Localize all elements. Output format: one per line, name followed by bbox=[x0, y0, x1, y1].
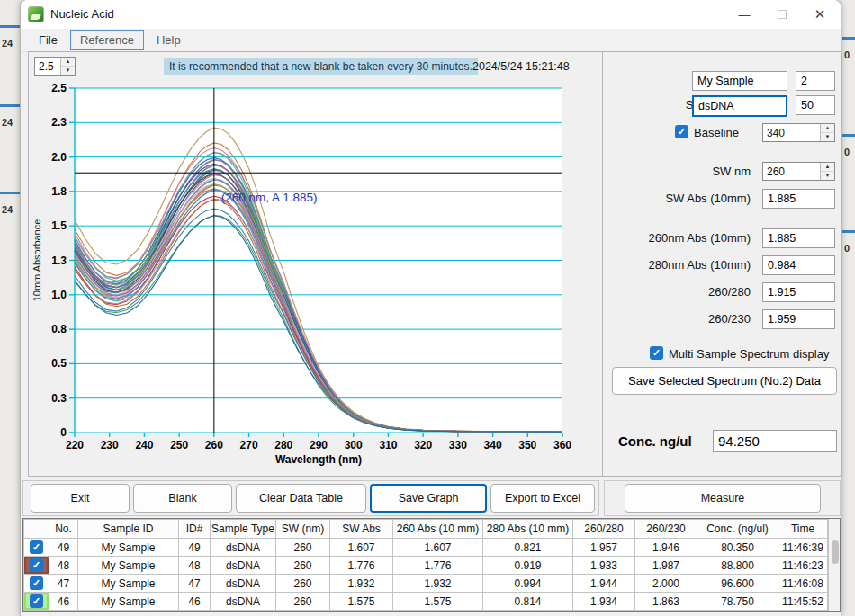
column-header[interactable]: SW Abs bbox=[330, 520, 393, 539]
minimize-button[interactable]: — bbox=[725, 0, 763, 29]
table-cell[interactable]: 1.863 bbox=[635, 593, 698, 611]
table-cell[interactable]: 260 bbox=[276, 575, 330, 593]
baseline-spinner[interactable]: 340 ▲▼ bbox=[762, 123, 835, 142]
table-cell[interactable]: 47 bbox=[50, 575, 78, 593]
table-cell[interactable]: dsDNA bbox=[211, 539, 276, 557]
spin-up-icon[interactable]: ▲ bbox=[61, 58, 75, 67]
table-row[interactable]: ✓48My Sample48dsDNA2601.7761.7760.9191.9… bbox=[24, 557, 828, 575]
table-cell[interactable]: 11:46:08 bbox=[778, 575, 828, 593]
clear-data-table-button[interactable]: Clear Data Table bbox=[236, 484, 366, 513]
save-graph-button[interactable]: Save Graph bbox=[370, 484, 487, 513]
table-cell[interactable]: 48 bbox=[179, 557, 211, 575]
sw-nm-spinner[interactable]: 260 ▲▼ bbox=[762, 162, 835, 181]
column-header[interactable]: ID# bbox=[179, 520, 211, 539]
table-cell[interactable]: 78.750 bbox=[698, 593, 778, 611]
table-cell[interactable]: 1.957 bbox=[573, 539, 635, 557]
row-checkbox-cell[interactable]: ✓ bbox=[24, 557, 50, 575]
menu-item-help[interactable]: Help bbox=[148, 31, 190, 49]
table-cell[interactable]: 48 bbox=[50, 557, 78, 575]
table-cell[interactable]: 46 bbox=[179, 593, 211, 611]
table-cell[interactable]: 0.994 bbox=[483, 575, 573, 593]
row-checkbox-cell[interactable]: ✓ bbox=[24, 575, 50, 593]
spin-up-icon[interactable]: ▲ bbox=[821, 163, 834, 172]
table-cell[interactable]: 1.932 bbox=[330, 575, 393, 593]
table-cell[interactable]: 0.919 bbox=[483, 557, 573, 575]
table-cell[interactable]: dsDNA bbox=[211, 557, 276, 575]
column-header[interactable]: Sample ID bbox=[78, 520, 179, 539]
table-cell[interactable]: 47 bbox=[179, 575, 211, 593]
row-checkbox[interactable]: ✓ bbox=[30, 558, 43, 572]
measure-button[interactable]: Measure bbox=[625, 484, 821, 513]
close-button[interactable]: ✕ bbox=[801, 0, 839, 29]
sample-id-input[interactable] bbox=[692, 71, 788, 91]
table-cell[interactable]: 1.575 bbox=[393, 593, 483, 611]
column-header[interactable]: 280 Abs (10 mm) bbox=[483, 520, 573, 539]
table-row[interactable]: ✓49My Sample49dsDNA2601.6071.6070.8211.9… bbox=[24, 539, 828, 557]
table-cell[interactable]: 11:46:39 bbox=[778, 539, 828, 557]
sample-type-factor-input[interactable] bbox=[796, 95, 835, 115]
table-cell[interactable]: 260 bbox=[276, 557, 330, 575]
table-cell[interactable]: 1.946 bbox=[635, 539, 698, 557]
table-cell[interactable]: 1.933 bbox=[573, 557, 635, 575]
exit-button[interactable]: Exit bbox=[31, 484, 130, 513]
column-header[interactable]: No. bbox=[50, 520, 78, 539]
table-cell[interactable]: 46 bbox=[50, 593, 78, 611]
maximize-button[interactable] bbox=[763, 0, 801, 29]
table-cell[interactable]: 1.987 bbox=[635, 557, 698, 575]
spin-down-icon[interactable]: ▼ bbox=[821, 172, 834, 180]
multi-sample-checkbox[interactable]: ✓ bbox=[650, 346, 663, 360]
table-cell[interactable]: My Sample bbox=[78, 593, 179, 611]
table-cell[interactable]: 1.944 bbox=[573, 575, 635, 593]
table-cell[interactable]: 1.776 bbox=[330, 557, 393, 575]
table-cell[interactable]: 1.607 bbox=[330, 539, 393, 557]
table-cell[interactable]: 1.575 bbox=[330, 593, 393, 611]
column-header[interactable]: Conc. (ng/ul) bbox=[698, 520, 778, 539]
table-cell[interactable]: 49 bbox=[179, 539, 211, 557]
spin-down-icon[interactable]: ▼ bbox=[821, 133, 834, 141]
table-cell[interactable]: 49 bbox=[50, 539, 78, 557]
table-cell[interactable]: My Sample bbox=[78, 539, 179, 557]
table-cell[interactable]: 80.350 bbox=[698, 539, 778, 557]
blank-button[interactable]: Blank bbox=[133, 484, 232, 513]
sample-number-input[interactable] bbox=[796, 71, 835, 91]
column-header[interactable]: Time bbox=[778, 520, 828, 539]
row-checkbox[interactable]: ✓ bbox=[30, 576, 43, 590]
save-selected-spectrum-button[interactable]: Save Selected Spectrum (No.2) Data bbox=[612, 367, 837, 395]
row-checkbox[interactable]: ✓ bbox=[30, 594, 43, 608]
spin-down-icon[interactable]: ▼ bbox=[61, 67, 75, 75]
table-cell[interactable]: My Sample bbox=[78, 557, 179, 575]
spin-up-icon[interactable]: ▲ bbox=[821, 124, 834, 133]
column-header[interactable]: 260/230 bbox=[635, 520, 698, 539]
column-header[interactable]: Sample Type bbox=[211, 520, 276, 539]
column-header[interactable]: 260/280 bbox=[573, 520, 635, 539]
table-cell[interactable]: 0.814 bbox=[483, 593, 573, 611]
row-checkbox-cell[interactable]: ✓ bbox=[24, 539, 50, 557]
spectrum-chart[interactable]: 00.30.50.81.01.31.51.82.02.32.5220230240… bbox=[32, 76, 602, 476]
table-cell[interactable]: dsDNA bbox=[211, 575, 276, 593]
y-scale-spinner[interactable]: 2.5 ▲ ▼ bbox=[34, 57, 76, 76]
table-cell[interactable]: 1.607 bbox=[393, 539, 483, 557]
table-cell[interactable]: 11:46:23 bbox=[778, 557, 828, 575]
column-header[interactable]: SW (nm) bbox=[276, 520, 330, 539]
baseline-checkbox[interactable]: ✓ bbox=[675, 125, 688, 138]
export-to-excel-button[interactable]: Export to Excel bbox=[490, 484, 595, 513]
column-header[interactable]: 260 Abs (10 mm) bbox=[393, 520, 483, 539]
table-cell[interactable]: 96.600 bbox=[698, 575, 778, 593]
table-cell[interactable]: 1.932 bbox=[393, 575, 483, 593]
table-cell[interactable]: 260 bbox=[276, 539, 330, 557]
table-cell[interactable]: 88.800 bbox=[698, 557, 778, 575]
table-cell[interactable]: 260 bbox=[276, 593, 330, 611]
table-cell[interactable]: 2.000 bbox=[635, 575, 698, 593]
table-cell[interactable]: 1.776 bbox=[393, 557, 483, 575]
table-scrollbar[interactable] bbox=[828, 519, 840, 611]
menu-item-reference[interactable]: Reference bbox=[70, 30, 144, 50]
table-row[interactable]: ✓47My Sample47dsDNA2601.9321.9320.9941.9… bbox=[24, 575, 828, 593]
sample-type-input[interactable] bbox=[692, 95, 788, 117]
row-checkbox[interactable]: ✓ bbox=[30, 540, 43, 554]
table-cell[interactable]: My Sample bbox=[78, 575, 179, 593]
row-checkbox-cell[interactable]: ✓ bbox=[24, 593, 50, 611]
table-cell[interactable]: 1.934 bbox=[573, 593, 635, 611]
table-cell[interactable]: 11:45:52 bbox=[778, 593, 828, 611]
table-cell[interactable]: 0.821 bbox=[483, 539, 573, 557]
results-table[interactable]: No.Sample IDID#Sample TypeSW (nm)SW Abs2… bbox=[23, 519, 828, 611]
